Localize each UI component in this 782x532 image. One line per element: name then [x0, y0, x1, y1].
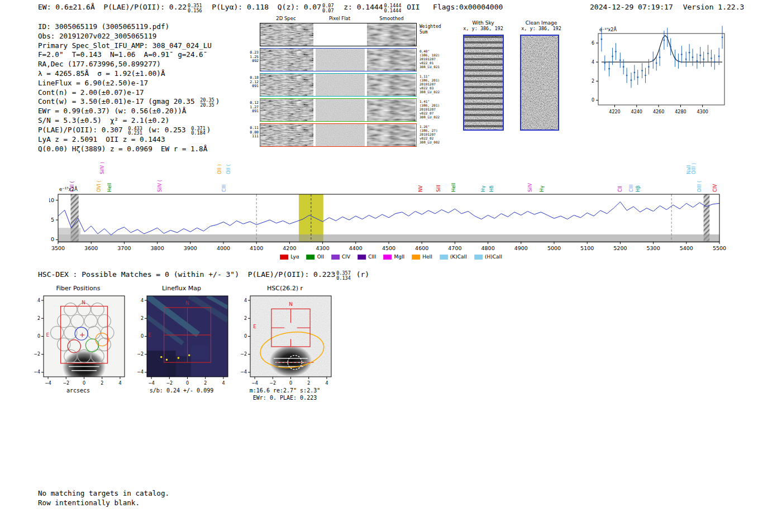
data-point [714, 61, 716, 63]
compass-east: E [253, 324, 256, 329]
spectrum-legend: LyαOIICIVCIIIMgIIHeII(K)CaII(H)CaII [280, 254, 502, 260]
svg-text:5400: 5400 [680, 245, 693, 251]
svg-text:−4: −4 [34, 370, 40, 375]
data-point [664, 40, 665, 41]
footer-block: No matching targets in catalog. Row inte… [38, 489, 169, 508]
clean-image-header: Clean Image x, y: 386, 192 [515, 20, 568, 31]
svg-text:−2: −2 [63, 381, 69, 386]
with-sky-coords: x, y: 386, 192 [457, 26, 509, 31]
compass-east: E [149, 332, 152, 338]
svg-text:0: 0 [51, 236, 54, 242]
info-line: S/N = 5.3(±0.5) χ² = 2.1(±0.2) [38, 116, 220, 126]
elixer-report-page: EW: 0.6±21.6Å P(LAE)/P(OII): 0.220.3510.… [0, 0, 782, 532]
svg-text:2: 2 [244, 316, 247, 321]
cutout-row-left-values: 0.121.27091 [247, 101, 259, 114]
emission-line-label: SiII [436, 185, 441, 192]
data-point [718, 56, 720, 57]
data-point [685, 59, 687, 60]
info-line: Primary Spec_Slot_IFU_AMP: 308_047_024_L… [38, 41, 220, 51]
svg-text:4600: 4600 [415, 245, 428, 251]
cutout-image [316, 23, 365, 46]
svg-text:−2: −2 [137, 352, 144, 357]
svg-text:2: 2 [141, 316, 144, 321]
info-block: ID: 3005065119 (3005065119.pdf)Obs: 2019… [38, 22, 220, 154]
compass-north: N [82, 300, 85, 305]
emission-line-label: OIII ) [691, 163, 697, 174]
info-line: λ = 4265.85Å σ = 1.92(±1.00)Å [38, 69, 220, 79]
cutout-row [260, 48, 417, 71]
emission-line-label: SiIV [527, 183, 533, 192]
fiber-marker-dot [188, 354, 190, 356]
legend-swatch [357, 255, 366, 260]
lineflux-map-title: Lineflux Map [131, 285, 232, 292]
legend-label: MgII [394, 254, 404, 260]
legend-swatch [474, 255, 483, 260]
svg-text:4: 4 [118, 381, 121, 386]
data-point [600, 39, 602, 40]
data-point [633, 72, 635, 74]
emission-line-label: CII [617, 186, 623, 192]
cutout-image [367, 23, 416, 46]
galaxy-blob [270, 346, 312, 377]
legend-item: CIII [357, 254, 376, 260]
legend-item: CIV [331, 254, 350, 260]
svg-text:0: 0 [141, 334, 144, 339]
legend-label: CIV [342, 254, 350, 260]
cutout-row-right-label: 1.26"(386, 27)20191207v022_02308_LU_002 [419, 124, 450, 144]
emission-line-label: SiIV ( [157, 180, 163, 192]
svg-text:4400: 4400 [349, 245, 363, 251]
cutout-row-left-values: 0.110.00111 [247, 126, 259, 139]
svg-text:4100: 4100 [250, 245, 263, 251]
svg-text:4300: 4300 [316, 245, 330, 251]
data-point [631, 79, 632, 81]
hsc-caption-1: m:16.6 re:2.7" s:2.3" [235, 387, 335, 394]
cutout-image [260, 99, 313, 121]
with-sky-title: With Sky [457, 20, 509, 26]
svg-text:4500: 4500 [382, 245, 395, 251]
data-point [645, 75, 646, 76]
fiber-positions-title: Fiber Positions [28, 285, 128, 292]
svg-text:4260: 4260 [653, 109, 664, 114]
data-point [711, 57, 712, 59]
cutout-image [316, 49, 365, 71]
data-point [623, 66, 624, 68]
data-point [612, 56, 613, 57]
info-line: Obs: 20191207v022_3005065119 [38, 32, 220, 41]
svg-text:0: 0 [289, 381, 292, 386]
cutout-image [260, 124, 313, 146]
data-point [674, 57, 676, 59]
emission-line-label: OIII ( [697, 181, 702, 192]
cutout-row-right-label: 0.40"(386, 192)20191207v022_01308_LU_021 [419, 49, 450, 69]
emission-line-label: SiIV ) [99, 162, 105, 174]
footer-line-2: Row intentionally blank. [38, 499, 169, 508]
legend-label: CIII [368, 254, 376, 260]
svg-text:−2: −2 [34, 352, 40, 357]
cutout-row [260, 98, 417, 122]
fiber-positions-chart: NE−4−4−2−2002244 [28, 293, 128, 389]
info-line: F=2.0" T=0.143 N=1.06 A=0.91̄ g=24.6̄ [38, 50, 220, 60]
report-version: Version 1.22.3 [683, 3, 745, 11]
svg-text:−2: −2 [269, 381, 276, 386]
cutout-row-right-label: 1.11"(386, 201)20191207v022_03308_LU_022 [419, 74, 450, 94]
data-point [666, 36, 668, 38]
cutout-image [367, 99, 416, 121]
data-point [659, 56, 661, 58]
stacked-uncertainty: 0.070.07 [322, 3, 333, 13]
fiber-xlabel: arcsecs [28, 387, 128, 394]
emission-line-label: CIII [221, 185, 227, 192]
cutout-row-left-values: 0.182.12091 [247, 76, 259, 89]
svg-text:5500: 5500 [713, 245, 726, 251]
info-line: RA,Dec (177.673996,50.899277) [38, 60, 220, 69]
emission-line-label: HeII [451, 183, 456, 192]
data-point [648, 66, 650, 68]
svg-text:4800: 4800 [481, 245, 495, 251]
svg-text:4240: 4240 [631, 109, 642, 114]
cutout-row [260, 23, 417, 46]
svg-text:−2: −2 [240, 352, 247, 357]
data-point [703, 59, 704, 60]
cutout-image [260, 23, 313, 46]
data-point [696, 60, 698, 62]
main-spectrum-chart: 3500360037003800390040004100420043004400… [49, 150, 731, 264]
info-line: Cont(w) = 3.50(±0.01)e-17 (gmag 20.35 20… [38, 97, 220, 107]
info-line: Cont(n) = 2.00(±0.07)e-17 [38, 88, 220, 98]
